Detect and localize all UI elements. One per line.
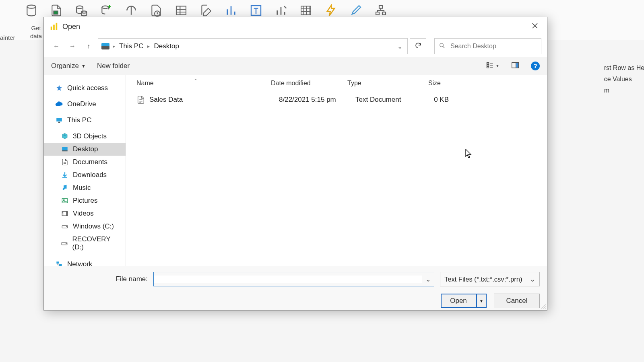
column-type[interactable]: Type [342, 80, 406, 87]
sidebar-videos[interactable]: Videos [44, 207, 126, 220]
new-folder-button[interactable]: New folder [97, 62, 130, 70]
sidebar-desktop[interactable]: Desktop [44, 143, 126, 156]
sidebar-windows-c[interactable]: Windows (C:) [44, 220, 126, 233]
text-file-icon [136, 95, 145, 104]
sidebar-documents[interactable]: Documents [44, 156, 126, 169]
file-row[interactable]: Sales Data 8/22/2021 5:15 pm Text Docume… [126, 91, 547, 108]
open-split-dropdown[interactable]: ▼ [476, 294, 486, 307]
sidebar-pictures[interactable]: Pictures [44, 194, 126, 207]
organize-button[interactable]: Organize ▼ [51, 62, 86, 70]
file-name-dropdown[interactable]: ⌄ [422, 272, 434, 286]
ribbon-matrix-button[interactable] [299, 3, 313, 18]
file-size: 0 KB [414, 96, 457, 104]
ribbon-bar-chart-button[interactable] [274, 3, 288, 18]
svg-rect-17 [487, 64, 489, 66]
svg-point-0 [27, 5, 35, 8]
search-input[interactable] [450, 42, 537, 50]
svg-point-31 [66, 243, 67, 244]
svg-rect-9 [379, 6, 382, 8]
text-box-icon [249, 3, 263, 18]
column-name[interactable]: ⌃ Name [126, 80, 265, 87]
matrix-icon [299, 3, 313, 18]
sidebar-quick-access[interactable]: Quick access [44, 82, 126, 95]
svg-point-15 [440, 43, 444, 47]
ribbon-other-source-button[interactable] [124, 3, 138, 18]
view-mode-button[interactable]: ▼ [486, 61, 500, 71]
up-button[interactable]: ↑ [82, 39, 95, 53]
file-list-area: ⌃ Name Date modified Type Size Sales Dat… [126, 75, 547, 266]
ribbon-add-data-button[interactable] [99, 3, 114, 18]
ribbon-recent-button[interactable] [149, 3, 163, 18]
column-size[interactable]: Size [406, 80, 449, 87]
videos-icon [61, 210, 69, 218]
svg-rect-10 [376, 12, 379, 15]
forward-button[interactable]: → [66, 39, 79, 53]
address-dropdown[interactable]: ⌄ [396, 41, 404, 52]
file-type-filter[interactable]: Text Files (*.txt;*.csv;*.prn) ⌄ [440, 272, 540, 286]
chevron-down-icon: ⌄ [425, 276, 431, 283]
ribbon-chart-button[interactable] [224, 3, 238, 18]
ribbon-get-data-button[interactable] [24, 3, 39, 18]
chevron-down-icon: ⌄ [530, 276, 535, 283]
folder-tree-sidebar: Quick access OneDrive This PC 3D Objects… [44, 75, 126, 266]
sidebar-onedrive[interactable]: OneDrive [44, 98, 126, 111]
arrow-left-icon: ← [53, 43, 60, 50]
file-name-input[interactable] [154, 276, 422, 283]
dialog-footer: File name: ⌄ Text Files (*.txt;*.csv;*.p… [44, 266, 547, 310]
chevron-right-icon: ▸ [113, 43, 115, 49]
svg-rect-16 [487, 62, 489, 64]
svg-rect-11 [382, 12, 386, 15]
sidebar-network[interactable]: Network [44, 258, 126, 266]
refresh-button[interactable] [410, 38, 426, 54]
cloud-icon [55, 100, 63, 108]
breadcrumb-desktop[interactable]: Desktop [153, 41, 180, 52]
sidebar-this-pc[interactable]: This PC [44, 114, 126, 127]
sql-icon [74, 3, 89, 18]
file-name: Sales Data [149, 96, 273, 104]
painter-partial-label: ainter [0, 34, 15, 41]
svg-point-4 [102, 6, 108, 9]
add-data-icon [99, 3, 114, 18]
close-button[interactable] [526, 20, 544, 33]
open-button[interactable]: Open ▼ [441, 294, 487, 308]
file-name-input-wrapper: ⌄ [153, 272, 434, 286]
star-icon [55, 84, 63, 92]
breadcrumb-this-pc[interactable]: This PC [118, 41, 144, 52]
ribbon-structure-button[interactable] [374, 3, 388, 18]
search-box[interactable] [434, 38, 541, 54]
file-date: 8/22/2021 5:15 pm [273, 96, 350, 104]
svg-rect-1 [54, 11, 58, 14]
back-button[interactable]: ← [50, 39, 63, 53]
ribbon-quick-measure-button[interactable] [324, 3, 338, 18]
resize-grip-icon[interactable] [541, 304, 546, 309]
pictures-icon [61, 197, 69, 205]
powerbi-icon [50, 22, 58, 31]
column-date-modified[interactable]: Date modified [265, 80, 342, 87]
ribbon-excel-button[interactable] [49, 3, 64, 18]
right-panel-partial: rst Row as Hea ce Values m [604, 64, 644, 94]
svg-point-3 [81, 11, 87, 13]
svg-rect-23 [62, 147, 68, 150]
toolbar-row: Organize ▼ New folder ▼ ? [44, 57, 547, 75]
address-bar[interactable]: ▸ This PC ▸ Desktop ⌄ [98, 38, 408, 54]
ribbon-sql-button[interactable] [74, 3, 89, 18]
sidebar-music[interactable]: Music [44, 181, 126, 194]
network-icon [55, 260, 63, 266]
sidebar-3d-objects[interactable]: 3D Objects [44, 130, 126, 143]
ribbon-edit-button[interactable] [199, 3, 213, 18]
chart-icon [224, 3, 238, 18]
sidebar-downloads[interactable]: Downloads [44, 169, 126, 181]
navigation-row: ← → ↑ ▸ This PC ▸ Desktop ⌄ [44, 36, 547, 57]
preview-pane-button[interactable] [511, 61, 520, 71]
dialog-title: Open [62, 23, 526, 31]
drive-icon [61, 222, 69, 230]
help-button[interactable]: ? [531, 62, 540, 70]
cancel-button[interactable]: Cancel [494, 294, 540, 308]
ribbon-paint-button[interactable] [349, 3, 363, 18]
document-icon [61, 158, 69, 166]
chevron-down-icon: ▼ [479, 299, 483, 303]
arrow-up-icon: ↑ [87, 43, 90, 50]
ribbon-text-box-button[interactable] [249, 3, 263, 18]
ribbon-table-button[interactable] [174, 3, 188, 18]
sidebar-recovery-d[interactable]: RECOVERY (D:) [44, 233, 126, 254]
